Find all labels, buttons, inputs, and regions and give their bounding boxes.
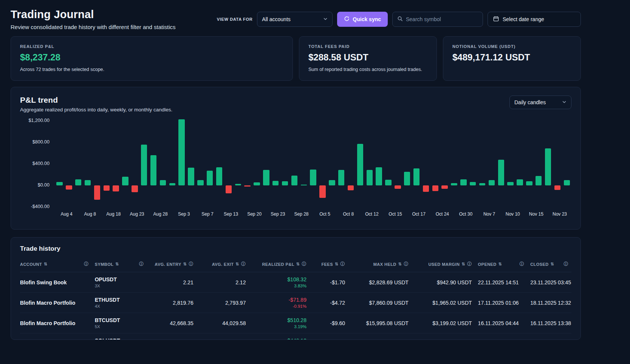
symbol-cell: BTCUSDT5X: [92, 313, 147, 333]
sort-icon[interactable]: ⇅: [335, 262, 339, 267]
x-axis: Aug 4Aug 8Aug 18Aug 23Aug 28Sep 3Sep 7Se…: [55, 211, 571, 217]
sort-icon[interactable]: ⇅: [498, 262, 502, 267]
search-box[interactable]: [392, 12, 483, 27]
trade-row[interactable]: Blofin Swing BookSOLUSDT2X134.52141.08$4…: [20, 333, 571, 340]
pnl-bar: [121, 121, 130, 207]
trade-row[interactable]: Blofin Macro PortfolioBTCUSDT5X42,668.35…: [20, 313, 571, 333]
opened-cell: 22.11.2025 14:51: [475, 272, 528, 293]
opened-cell: 17.11.2025 01:06: [475, 293, 528, 313]
sort-icon[interactable]: ⇅: [115, 262, 119, 267]
avg-exit-cell: 141.08: [197, 333, 249, 340]
sort-icon[interactable]: ⇅: [183, 262, 187, 267]
sort-icon[interactable]: ⇅: [461, 262, 465, 267]
info-icon[interactable]: ⓘ: [189, 261, 193, 267]
closed-cell: 15.11.2025 18:05: [527, 333, 571, 340]
x-axis-label: Aug 23: [125, 211, 149, 217]
pnl-bar: [55, 121, 64, 207]
column-header-realized-p-l[interactable]: REALIZED P&L⇅ⓘ: [249, 256, 309, 272]
column-label: CLOSED: [530, 262, 548, 267]
y-axis-tick: $800.00: [33, 139, 50, 145]
info-icon[interactable]: ⓘ: [467, 261, 472, 267]
trade-row[interactable]: Blofin Macro PortfolioETHUSDT4X2,819.762…: [20, 293, 571, 313]
closed-cell: 16.11.2025 13:38: [527, 313, 571, 333]
info-icon[interactable]: ⓘ: [341, 261, 345, 267]
pnl-trend-chart: $1,200.00$800.00$400.00$0.00-$400.00: [20, 121, 571, 207]
column-header-used-margin[interactable]: USED MARGIN⇅ⓘ: [412, 256, 475, 272]
info-icon[interactable]: ⓘ: [520, 261, 524, 267]
pnl-bar: [412, 121, 421, 207]
pnl-bar: [346, 121, 356, 207]
account-select-value: All accounts: [262, 16, 290, 22]
pnl-bar: [459, 121, 468, 207]
topbar: Trading Journal Review consolidated trad…: [11, 8, 581, 30]
info-icon[interactable]: ⓘ: [404, 261, 408, 267]
x-axis-label: Sep 23: [266, 211, 289, 217]
column-label: MAX HELD: [373, 262, 396, 267]
info-icon[interactable]: ⓘ: [302, 261, 306, 267]
sort-icon[interactable]: ⇅: [235, 262, 239, 267]
column-label: FEES: [321, 262, 333, 267]
sort-icon[interactable]: ⇅: [398, 262, 402, 267]
search-symbol-input[interactable]: [406, 16, 478, 22]
realized-pnl-cell: $510.283.19%: [249, 313, 309, 333]
chart-subtitle: Aggregate realized profit/loss into dail…: [20, 107, 172, 113]
column-label: AVG. EXIT: [212, 262, 234, 267]
x-axis-label: Nov 10: [501, 211, 525, 217]
closed-cell: 18.11.2025 12:32: [527, 293, 571, 313]
pnl-bar: [280, 121, 290, 207]
info-icon[interactable]: ⓘ: [84, 261, 88, 267]
column-header-max-held[interactable]: MAX HELD⇅ⓘ: [348, 256, 412, 272]
table-title: Trade history: [20, 245, 571, 253]
sort-icon[interactable]: ⇅: [296, 262, 300, 267]
column-label: ACCOUNT: [20, 262, 42, 267]
column-header-closed[interactable]: CLOSED⇅ⓘ: [527, 256, 571, 272]
pnl-bar: [478, 121, 487, 207]
pnl-bar: [337, 121, 346, 207]
column-label: AVG. ENTRY: [155, 262, 181, 267]
interval-select[interactable]: Daily candles: [509, 96, 571, 109]
pnl-bar: [205, 121, 215, 207]
x-axis-label: Nov 7: [478, 211, 501, 217]
sort-icon[interactable]: ⇅: [44, 262, 48, 267]
trade-row[interactable]: Blofin Swing BookOPUSDT3X2.212.12$108.32…: [20, 272, 571, 293]
x-axis-label: Aug 28: [149, 211, 172, 217]
column-header-avg-exit[interactable]: AVG. EXIT⇅ⓘ: [197, 256, 249, 272]
x-axis-label: Aug 18: [102, 211, 125, 217]
avg-exit-cell: 2.12: [197, 272, 249, 293]
pnl-bar: [496, 121, 506, 207]
table-body: Blofin Swing BookOPUSDT3X2.212.12$108.32…: [20, 272, 571, 340]
chevron-down-icon: [562, 99, 567, 105]
x-axis-label: Sep 7: [196, 211, 219, 217]
x-axis-label: Sep 13: [219, 211, 243, 217]
opened-cell: 16.11.2025 04:44: [475, 313, 528, 333]
date-range-button[interactable]: Select date range: [488, 12, 581, 27]
y-axis-tick: $1,200.00: [28, 118, 50, 123]
info-icon[interactable]: ⓘ: [139, 261, 144, 267]
account-select[interactable]: All accounts: [257, 12, 333, 27]
column-header-avg-entry[interactable]: AVG. ENTRY⇅ⓘ: [147, 256, 197, 272]
column-header-fees[interactable]: FEES⇅ⓘ: [310, 256, 348, 272]
stat-label: TOTAL FEES PAID: [308, 44, 427, 49]
pnl-bar: [440, 121, 449, 207]
info-icon[interactable]: ⓘ: [241, 261, 246, 267]
column-header-account[interactable]: ACCOUNT⇅ⓘ: [20, 256, 92, 272]
account-cell: Blofin Swing Book: [20, 272, 92, 293]
opened-cell: 14.11.2025 09:12: [475, 333, 528, 340]
realized-pnl-cell: $448.133.28%: [249, 333, 309, 340]
stat-description: Sum of reported trading costs across jou…: [308, 67, 427, 72]
pnl-bar: [233, 121, 243, 207]
column-header-opened[interactable]: OPENED⇅ⓘ: [475, 256, 528, 272]
fees-cell: -$2.96: [310, 333, 348, 340]
max-held-cell: $2,828.69 USDT: [348, 272, 412, 293]
info-icon[interactable]: ⓘ: [564, 261, 568, 267]
pnl-bar: [196, 121, 205, 207]
max-held-cell: $15,995.08 USDT: [348, 313, 412, 333]
quick-sync-button[interactable]: Quick sync: [337, 12, 388, 27]
column-header-symbol[interactable]: SYMBOL⇅ⓘ: [92, 256, 147, 272]
pnl-bar: [262, 121, 271, 207]
pnl-bar: [149, 121, 158, 207]
avg-entry-cell: 2,819.76: [147, 293, 197, 313]
x-axis-label: Sep 28: [289, 211, 313, 217]
sort-icon[interactable]: ⇅: [551, 262, 554, 267]
x-axis-label: Oct 5: [313, 211, 337, 217]
